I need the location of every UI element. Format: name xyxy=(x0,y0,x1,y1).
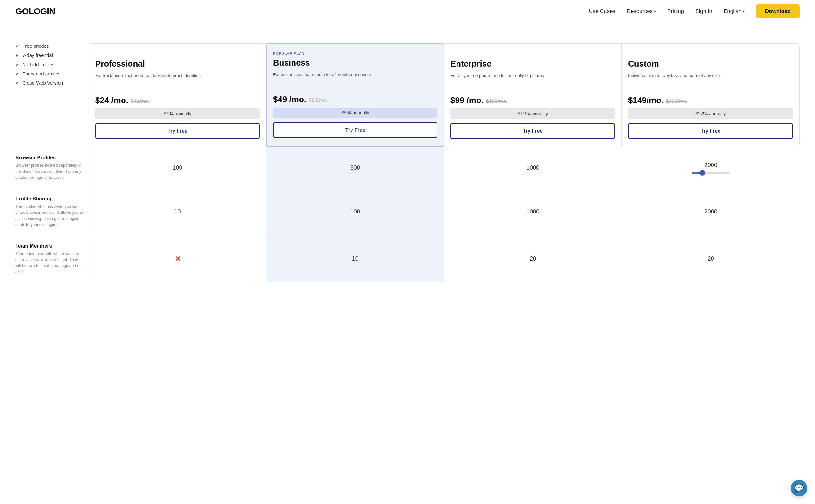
feature-browser-profiles-desc: Browser profiles located separately in t… xyxy=(15,163,83,180)
profiles-slider[interactable] xyxy=(692,172,730,174)
feature-browser-profiles-values: 100 300 1000 2000 xyxy=(88,147,800,188)
feature-browser-profiles-label: Browser Profiles Browser profiles locate… xyxy=(15,147,88,188)
feature-7day: ✓ 7-day free trial xyxy=(15,53,88,58)
plan-enterprise-name: Enterprise xyxy=(451,59,615,69)
plan-business-annual[interactable]: $594 annually xyxy=(273,108,438,118)
check-icon: ✓ xyxy=(15,44,19,49)
feature-team-members-desc: Your teammates with whom you can share a… xyxy=(15,251,83,275)
pricing-wrapper: ✓ Free proxies ✓ 7-day free trial ✓ No h… xyxy=(15,43,800,147)
plan-enterprise-desc: For all your corporate needs and really … xyxy=(451,73,615,89)
features-col: ✓ Free proxies ✓ 7-day free trial ✓ No h… xyxy=(15,43,88,147)
feature-free-proxies: ✓ Free proxies xyxy=(15,43,88,49)
feature-cloud: ✓ Cloud Web Version xyxy=(15,80,88,86)
feature-cell: 10 xyxy=(266,235,444,282)
plan-professional-name: Professional xyxy=(95,59,260,69)
plan-custom-desc: Individual plan for any task and team of… xyxy=(628,73,793,89)
page-content: ✓ Free proxies ✓ 7-day free trial ✓ No h… xyxy=(0,23,815,292)
slider-thumb[interactable] xyxy=(699,170,705,176)
feature-profile-sharing-section: Profile Sharing The number of times, whe… xyxy=(15,188,800,235)
download-button[interactable]: Download xyxy=(756,4,800,18)
plan-professional-try-button[interactable]: Try Free xyxy=(95,123,260,139)
plan-professional-annual[interactable]: $294 annually xyxy=(95,109,260,119)
plan-business: POPULAR PLAN Business For businesses tha… xyxy=(266,43,445,147)
nav-sign-in[interactable]: Sign In xyxy=(695,8,712,15)
nav: Use Cases Resources ▾ Pricing Sign In En… xyxy=(589,4,800,18)
feature-team-members-label: Team Members Your teammates with whom yo… xyxy=(15,235,88,282)
feature-team-members-title: Team Members xyxy=(15,243,83,249)
feature-cell: 2000 xyxy=(622,147,800,188)
check-icon: ✓ xyxy=(15,71,19,76)
plan-professional-orig: $49/mo. xyxy=(131,99,149,104)
feature-cell: 10 xyxy=(89,188,266,235)
plan-enterprise-price-row: $99 /mo. $199/mo. xyxy=(451,95,615,105)
plan-enterprise-annual[interactable]: $1194 annually xyxy=(451,109,615,119)
chevron-down-icon: ▾ xyxy=(654,9,656,14)
profiles-count: 2000 xyxy=(705,162,717,169)
feature-cell: 1000 xyxy=(445,147,622,188)
plan-custom-try-button[interactable]: Try Free xyxy=(628,123,793,139)
feature-browser-profiles-title: Browser Profiles xyxy=(15,155,83,161)
feature-cell: 100 xyxy=(89,147,266,188)
plan-professional-price: $24 /mo. xyxy=(95,95,128,105)
feature-profile-sharing-label: Profile Sharing The number of times, whe… xyxy=(15,188,88,235)
feature-cell: ✕ xyxy=(89,235,266,282)
plan-business-orig: $99/mo. xyxy=(309,98,327,103)
plan-custom-annual[interactable]: $1794 annually xyxy=(628,109,793,119)
feature-browser-profiles-section: Browser Profiles Browser profiles locate… xyxy=(15,147,800,188)
plan-custom-price-row: $149/mo. $299/mo. xyxy=(628,95,793,105)
chevron-down-icon: ▾ xyxy=(743,9,745,14)
plan-custom: Custom Individual plan for any task and … xyxy=(622,44,799,147)
plan-professional-desc: For freelancers that need real-looking I… xyxy=(95,73,260,89)
feature-cell: 2000 xyxy=(622,188,800,235)
plan-business-desc: For businesses that need a lot of member… xyxy=(273,72,438,88)
feature-cell-custom-profiles: 2000 xyxy=(692,162,730,174)
check-icon: ✓ xyxy=(15,81,19,86)
plan-custom-price: $149/mo. xyxy=(628,95,664,105)
header: GOLOGIN Use Cases Resources ▾ Pricing Si… xyxy=(0,0,815,23)
nav-resources[interactable]: Resources ▾ xyxy=(627,8,656,15)
plan-business-try-button[interactable]: Try Free xyxy=(273,122,438,138)
plan-custom-name: Custom xyxy=(628,59,793,69)
plan-professional-price-row: $24 /mo. $49/mo. xyxy=(95,95,260,105)
feature-cell: 100 xyxy=(266,188,444,235)
plan-custom-orig: $299/mo. xyxy=(666,99,687,104)
check-icon: ✓ xyxy=(15,53,19,58)
plan-enterprise: Enterprise For all your corporate needs … xyxy=(444,44,622,147)
plan-enterprise-orig: $199/mo. xyxy=(486,99,508,104)
feature-cell: 20 xyxy=(445,235,622,282)
plan-business-price: $49 /mo. xyxy=(273,95,306,104)
logo[interactable]: GOLOGIN xyxy=(15,6,55,17)
nav-use-cases[interactable]: Use Cases xyxy=(589,8,615,15)
feature-profile-sharing-values: 10 100 1000 2000 xyxy=(88,188,800,235)
plan-professional: Professional For freelancers that need r… xyxy=(89,44,266,147)
check-icon: ✓ xyxy=(15,62,19,67)
plan-enterprise-try-button[interactable]: Try Free xyxy=(451,123,615,139)
feature-profile-sharing-desc: The number of times, when you can share … xyxy=(15,204,83,227)
x-mark-icon: ✕ xyxy=(175,255,180,263)
feature-encrypted: ✓ Encrypted profiles xyxy=(15,71,88,76)
feature-team-members-values: ✕ 10 20 20 xyxy=(88,235,800,282)
feature-profile-sharing-title: Profile Sharing xyxy=(15,196,83,202)
feature-cell: 1000 xyxy=(445,188,622,235)
plan-business-price-row: $49 /mo. $99/mo. xyxy=(273,95,438,104)
feature-cell: 20 xyxy=(622,235,800,282)
plan-business-name: Business xyxy=(273,58,438,68)
plan-enterprise-price: $99 /mo. xyxy=(451,95,484,105)
popular-label: POPULAR PLAN xyxy=(273,52,438,55)
feature-cell: 300 xyxy=(266,147,444,188)
plans-grid: Professional For freelancers that need r… xyxy=(88,43,800,147)
feature-team-members-section: Team Members Your teammates with whom yo… xyxy=(15,235,800,282)
nav-english[interactable]: English ▾ xyxy=(724,8,745,15)
nav-pricing[interactable]: Pricing xyxy=(667,8,684,15)
feature-no-hidden-fees: ✓ No hidden fees xyxy=(15,62,88,67)
